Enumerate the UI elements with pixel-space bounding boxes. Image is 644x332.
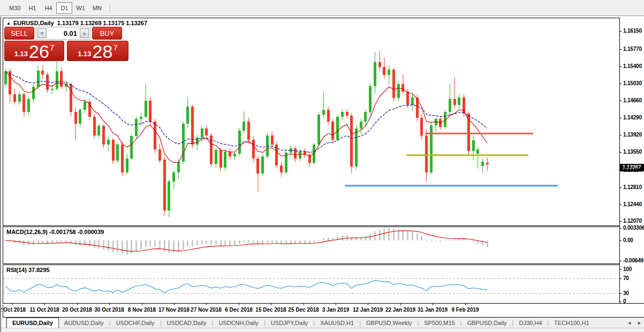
volume-increase-button[interactable]: ▲ (80, 28, 89, 38)
date-tick-label: 9 Feb 2019 (451, 307, 479, 313)
axis-tick-label: 1.13180 (623, 167, 642, 173)
buy-price-point: 7 (113, 43, 117, 52)
date-tick-label: 25 Dec 2018 (288, 307, 319, 313)
sell-button[interactable]: SELL (4, 27, 34, 40)
date-tick-label: 3 Jan 2019 (322, 307, 350, 313)
axis-tick (619, 118, 622, 118)
volume-decrease-button[interactable]: ▼ (37, 28, 47, 38)
chart-tab-bar: EURUSD,DailyAUDUSD,Daily|USDCHF,Daily|US… (0, 318, 644, 328)
rsi-indicator-panel[interactable] (3, 265, 619, 303)
axis-tick-label: 0.003306 (623, 225, 644, 231)
date-tick (44, 304, 45, 305)
date-tick-label: 20 Oct 2018 (62, 307, 92, 313)
one-click-trading-panel: SELL ▼ ▲ BUY 1.13 26 7 1.13 28 7 (4, 27, 128, 61)
panel-divider[interactable] (3, 225, 644, 227)
chart-frame-left (3, 18, 3, 317)
timeframe-button-h4[interactable]: H4 (40, 2, 56, 14)
date-tick (400, 304, 401, 305)
rsi-caption: RSI(14) 37.8295 (6, 267, 50, 273)
date-tick-label: 30 Oct 2018 (94, 307, 124, 313)
date-tick-label: 11 Oct 2018 (29, 307, 59, 313)
axis-tick-label: 30 (623, 290, 629, 296)
chart-tab-sp500[interactable]: SP500,M15 (419, 318, 460, 328)
timeframe-button-h1[interactable]: H1 (24, 2, 40, 14)
timeframe-button-w1[interactable]: W1 (72, 2, 89, 14)
date-tick-label: 17 Nov 2018 (158, 307, 190, 313)
sell-price-display[interactable]: 1.13 26 7 (4, 41, 64, 61)
chart-tab-usdcnh[interactable]: USDCNH,Daily (213, 318, 264, 328)
price-axis[interactable]: 1.13267 1.161501.157701.154001.150301.14… (620, 18, 644, 303)
chart-tab-gbpusd[interactable]: GBPUSD,Daily (462, 318, 512, 328)
axis-tick (619, 240, 622, 241)
chart-title: ▲EURUSD,Daily 1.13179 1.13269 1.13175 1.… (6, 20, 147, 26)
axis-tick (619, 49, 622, 50)
axis-tick-label: 1.15400 (623, 63, 642, 69)
tab-scroll-left-icon[interactable]: ◄ (627, 320, 632, 326)
date-tick (239, 304, 239, 305)
chart-tab-tech100[interactable]: TECH100,H1 (549, 318, 594, 328)
timeframe-button-mn[interactable]: MN (89, 2, 105, 14)
collapse-icon[interactable]: ▲ (6, 21, 11, 26)
volume-stepper: ▼ ▲ (36, 27, 90, 40)
sell-price-pips: 26 (29, 43, 49, 59)
date-tick (174, 304, 175, 305)
date-tick-label: 15 Dec 2018 (255, 307, 286, 313)
tab-scroll-arrows: ◄► (627, 318, 642, 328)
chart-tab-eurusd[interactable]: EURUSD,Daily (6, 318, 59, 328)
date-tick (77, 304, 78, 305)
chart-tab-xauusd[interactable]: XAUUSD,H1 (315, 318, 359, 328)
date-axis[interactable]: 2 Oct 201811 Oct 201820 Oct 201830 Oct 2… (3, 304, 644, 317)
chart-tab-usdchf[interactable]: USDCHF,Daily (111, 318, 160, 328)
axis-tick (619, 261, 622, 261)
axis-tick (619, 152, 622, 153)
volume-input[interactable] (47, 28, 80, 38)
chart-tab-dj30[interactable]: DJ30,H4 (513, 318, 547, 328)
axis-tick (619, 221, 622, 222)
axis-tick-label: 70 (623, 275, 629, 281)
date-tick (465, 304, 466, 305)
chart-tab-usdcad[interactable]: USDCAD,Daily (162, 318, 212, 328)
buy-price-display[interactable]: 1.13 28 7 (67, 41, 128, 61)
axis-tick-label: 1.16150 (623, 28, 642, 34)
axis-tick-label: 1.12070 (623, 218, 642, 224)
axis-tick-label: 0.00 (623, 237, 633, 243)
date-tick-label: 2 Oct 2018 (0, 307, 26, 313)
axis-tick (619, 205, 622, 205)
timeframe-toolbar: M30H1H4D1W1MN (0, 0, 644, 16)
date-tick-label: 6 Dec 2018 (225, 307, 253, 313)
date-tick (142, 304, 142, 305)
timeframe-button-m30[interactable]: M30 (5, 2, 24, 14)
axis-tick (619, 269, 622, 270)
date-tick (336, 304, 336, 305)
panel-divider[interactable] (3, 263, 644, 265)
chart-tab-usdjpy[interactable]: USDJPY,Daily (266, 318, 314, 328)
buy-price-pips: 28 (93, 43, 113, 59)
sell-price-point: 7 (50, 43, 54, 52)
date-tick-label: 22 Jan 2019 (385, 307, 415, 313)
axis-tick-label: 1.15030 (623, 80, 642, 86)
chart-frame-top (3, 18, 619, 18)
axis-tick-label: 1.12810 (623, 184, 642, 190)
tab-strip-edge (0, 318, 6, 328)
axis-tick-label: 100 (623, 266, 632, 272)
axis-tick-label: 1.13550 (623, 149, 642, 155)
tab-scroll-right-icon[interactable]: ► (637, 320, 642, 326)
axis-tick (619, 101, 622, 101)
date-tick-label: 12 Jan 2019 (353, 307, 383, 313)
buy-button[interactable]: BUY (92, 27, 122, 40)
date-tick (433, 304, 433, 305)
date-tick (12, 304, 13, 305)
axis-tick-label: 1.13920 (623, 132, 642, 138)
date-tick-label: 27 Nov 2018 (191, 307, 222, 313)
axis-tick (619, 228, 622, 229)
chart-tab-audusd[interactable]: AUDUSD,Daily (59, 318, 109, 328)
axis-tick (619, 135, 622, 135)
axis-tick-label: 1.14660 (623, 97, 642, 103)
axis-tick (619, 170, 622, 171)
status-bar (0, 328, 644, 332)
timeframe-button-d1[interactable]: D1 (56, 2, 72, 14)
date-tick (304, 304, 304, 305)
mt4-app: M30H1H4D1W1MN ▲EURUSD,Daily 1.13179 1.13… (0, 0, 644, 332)
chart-tab-gbpusd[interactable]: GBPUSD,Weekly (361, 318, 417, 328)
axis-tick (619, 66, 622, 67)
